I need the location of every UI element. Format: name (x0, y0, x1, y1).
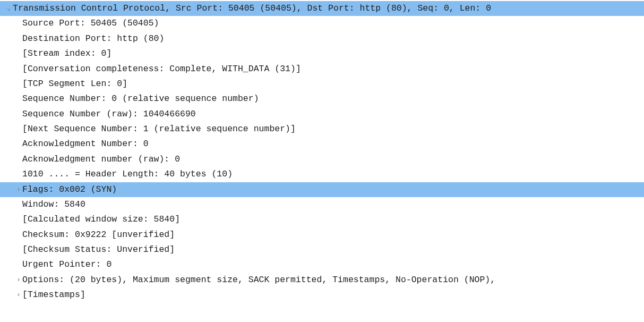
window-text: Window: 5840 (22, 197, 85, 212)
ack-num-raw-row[interactable]: Acknowledgment number (raw): 0 (0, 152, 644, 167)
packet-details-tree: ⌄ Transmission Control Protocol, Src Por… (0, 0, 644, 303)
ack-num-row[interactable]: Acknowledgment Number: 0 (0, 137, 644, 151)
calc-window-row[interactable]: [Calculated window size: 5840] (0, 212, 644, 227)
ack-num-text: Acknowledgment Number: 0 (22, 137, 149, 151)
tcp-header-row[interactable]: ⌄ Transmission Control Protocol, Src Por… (0, 1, 644, 16)
chevron-down-icon[interactable]: ⌄ (5, 3, 13, 14)
seq-num-raw-row[interactable]: Sequence Number (raw): 1040466690 (0, 107, 644, 122)
timestamps-row[interactable]: › [Timestamps] (0, 287, 644, 302)
chevron-right-icon[interactable]: › (15, 184, 22, 196)
stream-index-text: [Stream index: 0] (22, 46, 111, 61)
src-port-row[interactable]: Source Port: 50405 (50405) (0, 16, 644, 31)
seq-num-text: Sequence Number: 0 (relative sequence nu… (22, 91, 259, 106)
dst-port-text: Destination Port: http (80) (22, 31, 164, 46)
urgent-pointer-row[interactable]: Urgent Pointer: 0 (0, 257, 644, 272)
timestamps-text: [Timestamps] (22, 287, 85, 302)
flags-row[interactable]: › Flags: 0x002 (SYN) (0, 182, 644, 197)
options-text: Options: (20 bytes), Maximum segment siz… (22, 273, 495, 287)
seq-num-raw-text: Sequence Number (raw): 1040466690 (22, 107, 196, 122)
ack-num-raw-text: Acknowledgment number (raw): 0 (22, 152, 180, 167)
src-port-text: Source Port: 50405 (50405) (22, 16, 159, 31)
stream-index-row[interactable]: [Stream index: 0] (0, 46, 644, 61)
next-seq-num-row[interactable]: [Next Sequence Number: 1 (relative seque… (0, 122, 644, 137)
tcp-segment-len-text: [TCP Segment Len: 0] (22, 77, 127, 91)
calc-window-text: [Calculated window size: 5840] (22, 212, 180, 227)
checksum-row[interactable]: Checksum: 0x9222 [unverified] (0, 227, 644, 242)
checksum-text: Checksum: 0x9222 [unverified] (22, 227, 175, 242)
conversation-completeness-text: [Conversation completeness: Complete, WI… (22, 62, 301, 77)
conversation-completeness-row[interactable]: [Conversation completeness: Complete, WI… (0, 62, 644, 77)
window-row[interactable]: Window: 5840 (0, 197, 644, 212)
header-length-text: 1010 .... = Header Length: 40 bytes (10) (22, 167, 233, 182)
tcp-segment-len-row[interactable]: [TCP Segment Len: 0] (0, 77, 644, 91)
next-seq-num-text: [Next Sequence Number: 1 (relative seque… (22, 122, 296, 137)
flags-text: Flags: 0x002 (SYN) (22, 182, 117, 197)
urgent-pointer-text: Urgent Pointer: 0 (22, 257, 111, 272)
options-row[interactable]: › Options: (20 bytes), Maximum segment s… (0, 273, 644, 287)
seq-num-row[interactable]: Sequence Number: 0 (relative sequence nu… (0, 91, 644, 106)
chevron-right-icon[interactable]: › (15, 289, 22, 301)
dst-port-row[interactable]: Destination Port: http (80) (0, 31, 644, 46)
checksum-status-row[interactable]: [Checksum Status: Unverified] (0, 242, 644, 257)
header-length-row[interactable]: 1010 .... = Header Length: 40 bytes (10) (0, 167, 644, 182)
checksum-status-text: [Checksum Status: Unverified] (22, 242, 175, 257)
chevron-right-icon[interactable]: › (15, 274, 22, 286)
tcp-header-text: Transmission Control Protocol, Src Port:… (13, 1, 491, 16)
